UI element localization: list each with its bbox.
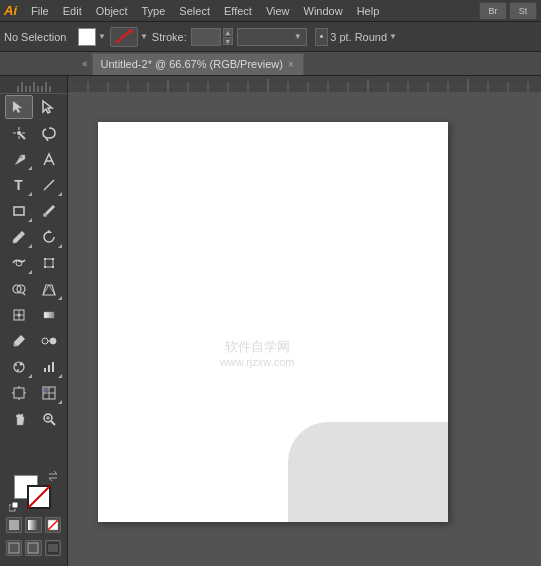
ruler-mark-2 xyxy=(21,82,23,92)
svg-point-15 xyxy=(43,213,47,217)
magic-wand-tool[interactable] xyxy=(5,121,33,145)
menu-view[interactable]: View xyxy=(260,3,296,19)
ruler-svg xyxy=(68,76,541,92)
stock-btn[interactable]: St xyxy=(509,2,537,20)
control-bar: No Selection ▼ ▼ Stroke: ▲ ▼ ▼ • 3 pt. R… xyxy=(0,22,541,52)
tool-row-11 xyxy=(0,354,67,380)
menu-object[interactable]: Object xyxy=(90,3,134,19)
canvas-area[interactable]: 软件自学网 www.rjzxw.com xyxy=(68,76,541,566)
zoom-tool[interactable] xyxy=(35,407,63,431)
rotate-tool[interactable] xyxy=(35,225,63,249)
blend-tool[interactable] xyxy=(35,329,63,353)
document-tab[interactable]: Untitled-2* @ 66.67% (RGB/Preview) × xyxy=(92,53,304,75)
svg-rect-63 xyxy=(9,520,19,530)
none-mode-btn[interactable] xyxy=(45,517,61,533)
menu-help[interactable]: Help xyxy=(351,3,386,19)
rectangle-tool[interactable] xyxy=(5,199,33,223)
stroke-down-btn[interactable]: ▼ xyxy=(223,37,233,45)
stroke-up-btn[interactable]: ▲ xyxy=(223,28,233,36)
color-mode-row xyxy=(6,515,61,535)
free-transform-tool[interactable] xyxy=(35,251,63,275)
svg-point-1 xyxy=(129,29,133,33)
shape-builder-tool[interactable] xyxy=(5,277,33,301)
sidebar-bottom xyxy=(0,466,67,562)
canvas-content[interactable]: 软件自学网 www.rjzxw.com xyxy=(68,92,541,566)
symbol-sub-indicator xyxy=(28,374,32,378)
fill-color-control[interactable]: ▼ xyxy=(78,28,106,46)
bridge-btn[interactable]: Br xyxy=(479,2,507,20)
menu-type[interactable]: Type xyxy=(136,3,172,19)
brush-icon[interactable] xyxy=(110,27,138,47)
pencil-tool[interactable] xyxy=(5,225,33,249)
brush-selector[interactable]: ▼ xyxy=(110,27,148,47)
round-label: 3 pt. Round xyxy=(330,31,387,43)
fill-color-box[interactable] xyxy=(78,28,96,46)
mesh-tool[interactable] xyxy=(5,303,33,327)
svg-rect-34 xyxy=(44,312,54,318)
lasso-tool[interactable] xyxy=(35,121,63,145)
eyedropper-tool[interactable] xyxy=(5,329,33,353)
svg-line-26 xyxy=(23,293,25,295)
perspective-tool[interactable] xyxy=(35,277,63,301)
svg-point-42 xyxy=(17,369,19,371)
round-dropdown-arrow[interactable]: ▼ xyxy=(389,32,397,41)
stroke-value-input[interactable] xyxy=(191,28,221,46)
symbol-tool[interactable] xyxy=(5,355,33,379)
menu-file[interactable]: File xyxy=(25,3,55,19)
svg-marker-2 xyxy=(13,101,22,113)
menu-edit[interactable]: Edit xyxy=(57,3,88,19)
type-icon: T xyxy=(14,177,23,193)
full-screen-menu-btn[interactable] xyxy=(25,540,41,556)
fill-dropdown-arrow[interactable]: ▼ xyxy=(98,32,106,41)
tool-row-8 xyxy=(0,276,67,302)
menu-effect[interactable]: Effect xyxy=(218,3,258,19)
rect-sub-indicator xyxy=(28,218,32,222)
slice-tool[interactable] xyxy=(35,381,63,405)
tab-close-btn[interactable]: × xyxy=(287,59,295,70)
svg-marker-54 xyxy=(44,388,51,395)
ruler-mark-9 xyxy=(49,86,51,92)
svg-rect-43 xyxy=(44,368,46,372)
warp-tool[interactable] xyxy=(5,251,33,275)
line-sub-indicator xyxy=(58,192,62,196)
stroke-color-swatch[interactable] xyxy=(27,485,51,509)
svg-point-9 xyxy=(17,131,21,135)
tool-row-1 xyxy=(0,94,67,120)
svg-rect-23 xyxy=(52,266,54,268)
graph-tool[interactable] xyxy=(35,355,63,379)
default-colors-icon[interactable] xyxy=(9,502,19,512)
brush-dropdown-arrow[interactable]: ▼ xyxy=(140,32,148,41)
slice-sub-indicator xyxy=(58,400,62,404)
tool-row-6 xyxy=(0,224,67,250)
selection-tool[interactable] xyxy=(5,95,33,119)
svg-rect-22 xyxy=(44,266,46,268)
swap-colors-icon[interactable] xyxy=(47,470,59,482)
type-tool[interactable]: T xyxy=(5,173,33,197)
svg-line-56 xyxy=(51,421,55,425)
gradient-mode-btn[interactable] xyxy=(25,517,41,533)
menu-select[interactable]: Select xyxy=(173,3,216,19)
stroke-type-dropdown[interactable]: ▼ xyxy=(237,28,307,46)
direct-selection-tool[interactable] xyxy=(35,95,63,119)
line-tool[interactable] xyxy=(35,173,63,197)
pen-tool[interactable] xyxy=(5,147,33,171)
round-control: • 3 pt. Round ▼ xyxy=(315,28,397,46)
pen-sub-indicator xyxy=(28,166,32,170)
ruler-mark-8 xyxy=(45,82,47,92)
paintbrush-tool[interactable] xyxy=(35,199,63,223)
svg-rect-72 xyxy=(68,76,541,92)
solid-color-btn[interactable] xyxy=(6,517,22,533)
hand-tool[interactable] xyxy=(5,407,33,431)
menu-window[interactable]: Window xyxy=(298,3,349,19)
tab-scroll-left[interactable]: « xyxy=(78,56,92,71)
full-screen-btn[interactable] xyxy=(45,540,61,556)
gradient-tool[interactable] xyxy=(35,303,63,327)
selection-display: No Selection xyxy=(4,31,74,43)
svg-rect-19 xyxy=(45,259,53,267)
add-anchor-tool[interactable] xyxy=(35,147,63,171)
svg-rect-21 xyxy=(52,258,54,260)
artboard-tool[interactable] xyxy=(5,381,33,405)
app-logo: Ai xyxy=(4,3,17,18)
normal-screen-btn[interactable] xyxy=(6,540,22,556)
pencil-sub-indicator xyxy=(28,244,32,248)
